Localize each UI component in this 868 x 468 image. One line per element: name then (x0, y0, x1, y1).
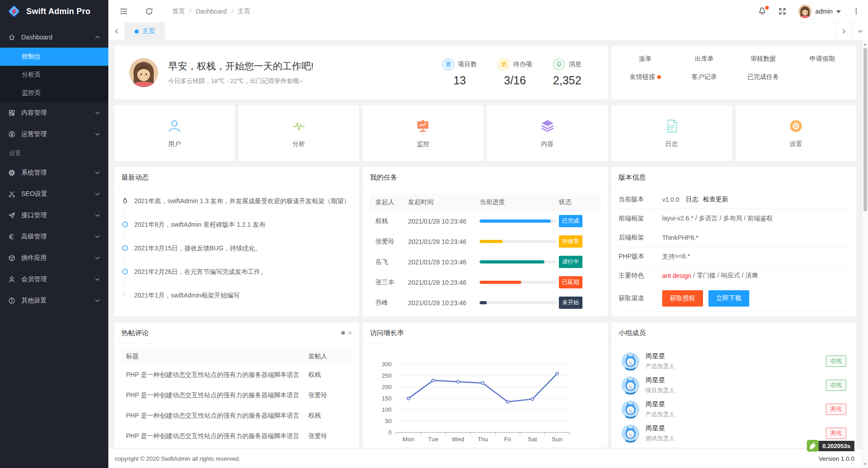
sidebar-item-plugins[interactable]: 插件应用 (0, 247, 108, 268)
load-time: 0.202053s (819, 441, 854, 451)
timeline-item: 2021年2月26日，在元宵节编写完成发布工作。 (121, 268, 352, 292)
page-scrollbar[interactable]: ▲ ▼ (862, 40, 868, 468)
post-title-link[interactable]: PHP 是一种创建动态交互性站点的强有力的服务器端脚本语言 (126, 412, 308, 420)
check-update-link[interactable]: 检查更新 (703, 195, 728, 204)
timeline-item: 2021年3月15日，接收反馈BUG，持续优化。 (121, 244, 352, 268)
row-label: 前端框架 (619, 214, 662, 223)
shortcuts-row: 用户 分析 监控 内容 (114, 105, 856, 161)
scroll-up-arrow[interactable]: ▲ (862, 41, 868, 47)
sidebar-item-advanced-mgmt[interactable]: 高级管理 (0, 226, 108, 247)
sidebar-item-console[interactable]: 控制台 (0, 48, 108, 66)
sidebar-item-monitor-page[interactable]: 监控页 (0, 84, 108, 102)
svg-text:50: 50 (385, 418, 392, 424)
sidebar-item-operation-mgmt[interactable]: 运营管理 (0, 123, 108, 145)
sidebar-item-content-mgmt[interactable]: 内容管理 (0, 102, 108, 123)
breadcrumb-home[interactable]: 首页 (172, 7, 185, 15)
copyright-text: copyright © 2020 SwiftAdmin all rights r… (115, 455, 240, 462)
top-navbar: 首页 / Dashboard / 主页 admin (108, 0, 868, 23)
stat-projects: 项目数 13 (442, 58, 477, 87)
stat-label: 消息 (568, 60, 581, 68)
tab-home[interactable]: 主页 (125, 23, 165, 40)
quick-link-outbound[interactable]: 出库单 (675, 55, 734, 63)
version-row: 后端框架 ThinkPHP6.* (619, 228, 849, 247)
stat-label: 待办项 (513, 60, 532, 68)
download-button[interactable]: 立即下载 (708, 290, 749, 307)
notification-dot (765, 6, 769, 10)
notifications-bell-icon[interactable] (758, 7, 766, 15)
breadcrumb-separator: / (189, 8, 191, 15)
task-time: 2021/01/28 10:23:46 (408, 238, 480, 245)
sidebar-item-api-mgmt[interactable]: 接口管理 (0, 205, 108, 226)
changelog-link[interactable]: 日志 (686, 195, 698, 204)
more-menu-icon[interactable] (853, 8, 860, 15)
app-logo[interactable]: Swift Admin Pro (0, 0, 108, 23)
current-version: v1.0.0 (662, 196, 679, 203)
sidebar-item-dashboard[interactable]: Dashboard (0, 26, 108, 48)
breadcrumb-dashboard[interactable]: Dashboard (196, 8, 227, 15)
yen-icon (8, 131, 15, 138)
post-title-link[interactable]: PHP 是一种创建动态交互性站点的强有力的服务器端脚本语言 (126, 391, 308, 400)
sidebar-item-system-mgmt[interactable]: 系统管理 (0, 162, 108, 183)
shortcut-settings[interactable]: 设置 (736, 105, 856, 161)
fullscreen-icon[interactable] (778, 7, 786, 15)
circle-marker-icon (121, 268, 129, 275)
avatar (129, 58, 158, 87)
quick-link-done-tasks[interactable]: 已完成任务 (734, 73, 793, 81)
quick-link-leave[interactable]: 申请假期 (793, 55, 852, 63)
tabs-scroll-left-button[interactable] (108, 23, 125, 40)
frontend-value: layui-v2.6.* / 多语言 / 多布局 / 前端鉴权 (662, 214, 773, 223)
svg-text:Wed: Wed (452, 436, 464, 443)
collapse-sidebar-icon[interactable] (120, 7, 128, 15)
avatar (798, 5, 812, 18)
shortcut-monitor[interactable]: 监控 (363, 105, 483, 161)
card-title: 版本信息 (611, 167, 856, 188)
version-row: 获取渠道 获取授权 立即下载 (619, 285, 849, 312)
circle-marker-icon (121, 221, 129, 228)
quick-link-friend-links[interactable]: 友情链接 (616, 73, 675, 81)
sidebar-item-member-mgmt[interactable]: 会员管理 (0, 268, 108, 290)
shortcut-analysis[interactable]: 分析 (238, 105, 359, 161)
quick-link-dispatch[interactable]: 派单 (616, 55, 675, 63)
team-list: 周星星 产品负责人 在线 周星星 项目负责人 在线 (611, 344, 856, 445)
progress-bar (480, 301, 557, 304)
stat-value: 2,352 (553, 74, 582, 87)
scroll-down-arrow[interactable]: ▼ (862, 461, 868, 467)
post-title-link[interactable]: PHP 是一种创建动态交互性站点的强有力的服务器端脚本语言 (126, 432, 308, 440)
task-time: 2021/01/28 10:23:46 (408, 299, 480, 307)
flame-icon (121, 197, 129, 205)
ant-design-link[interactable]: ant design (662, 272, 692, 279)
avatar (621, 424, 640, 443)
app-window: Swift Admin Pro Dashboard 控制台 分析页 监控页 内容… (0, 0, 868, 468)
member-info: 周星星 产品负责人 (645, 352, 826, 370)
shortcut-content[interactable]: 内容 (487, 105, 607, 161)
shortcut-users[interactable]: 用户 (114, 105, 235, 161)
shortcut-label: 分析 (292, 140, 305, 148)
shortcut-label: 监控 (417, 140, 429, 148)
shortcut-logs[interactable]: 日志 (611, 105, 732, 161)
sidebar-item-analysis-page[interactable]: 分析页 (0, 66, 108, 84)
user-menu[interactable]: admin (798, 5, 841, 18)
refresh-icon[interactable] (145, 7, 153, 15)
tabs-menu-button[interactable] (852, 23, 868, 40)
row-label: 主要特色 (619, 272, 662, 280)
status-badge: 在线 (826, 380, 846, 391)
card-title: 最新动态 (114, 167, 359, 188)
quick-link-label: 友情链接 (630, 73, 655, 80)
quick-link-audit[interactable]: 审核数据 (734, 55, 793, 63)
get-license-button[interactable]: 获取授权 (662, 290, 703, 307)
gear-icon (788, 118, 804, 134)
breadcrumb-current[interactable]: 主页 (238, 7, 250, 15)
list-item: 周星星 产品负责人 离线 (621, 397, 846, 421)
status-badge: 已完成 (559, 215, 582, 227)
sidebar-item-other-settings[interactable]: 其他设置 (0, 290, 108, 311)
member-name: 周星星 (645, 400, 826, 409)
scrollbar-thumb[interactable] (863, 48, 867, 211)
quick-link-customers[interactable]: 客户记录 (675, 73, 734, 81)
row-label: 后端框架 (619, 234, 662, 242)
carousel-dot[interactable] (348, 331, 352, 335)
carousel-dot[interactable] (341, 331, 345, 335)
php-value: 支持>=8.* (662, 253, 690, 261)
sidebar-item-seo-settings[interactable]: SEO设置 (0, 183, 108, 205)
post-title-link[interactable]: PHP 是一种创建动态交互性站点的强有力的服务器端脚本语言 (126, 371, 308, 379)
tabs-scroll-right-button[interactable] (835, 23, 852, 40)
